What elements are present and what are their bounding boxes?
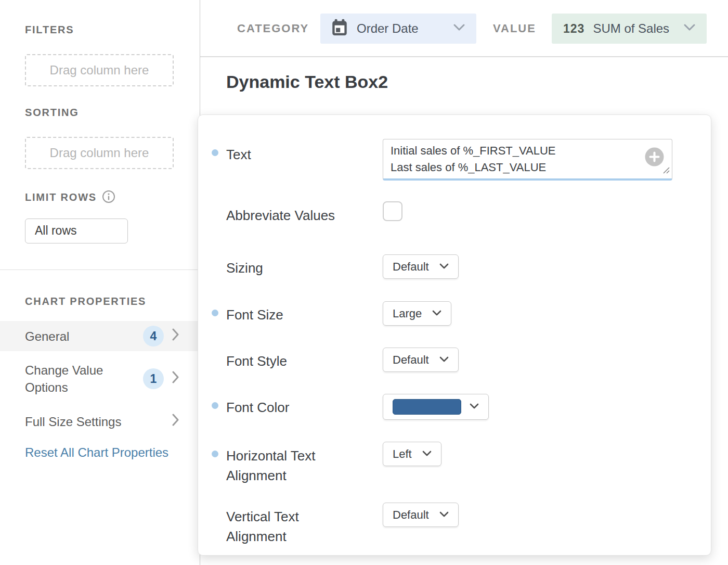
numeric-123-icon: 123 xyxy=(563,22,584,36)
app-root: FILTERS Drag column here SORTING Drag co… xyxy=(0,0,728,565)
sorting-dropzone[interactable]: Drag column here xyxy=(25,137,174,169)
chevron-down-icon xyxy=(422,450,432,459)
filters-heading: FILTERS xyxy=(25,24,74,36)
font-style-dropdown[interactable]: Default xyxy=(383,348,459,372)
reset-all-chart-properties-link[interactable]: Reset All Chart Properties xyxy=(25,445,168,460)
chevron-down-icon xyxy=(470,402,479,412)
sizing-label: Sizing xyxy=(226,258,374,278)
chevron-down-icon xyxy=(453,24,465,33)
category-field-value: Order Date xyxy=(357,21,419,36)
category-label: CATEGORY xyxy=(237,22,309,35)
modified-indicator-dot xyxy=(212,149,218,156)
abbreviate-values-checkbox[interactable] xyxy=(383,201,402,221)
text-input-wrap: Initial sales of %_FIRST_VALUE Last sale… xyxy=(383,139,672,181)
horizontal-alignment-label: Horizontal Text Alignment xyxy=(226,446,335,485)
sidebar-item-general[interactable]: General 4 xyxy=(0,321,199,351)
sidebar: FILTERS Drag column here SORTING Drag co… xyxy=(0,0,200,565)
sorting-dropzone-label: Drag column here xyxy=(50,146,149,160)
general-count-badge: 4 xyxy=(143,326,164,346)
modified-indicator-dot xyxy=(212,402,218,409)
abbreviate-values-label: Abbreviate Values xyxy=(226,206,374,225)
sidebar-item-full-size-settings[interactable]: Full Size Settings xyxy=(0,409,199,434)
text-property-label: Text xyxy=(226,145,374,164)
sizing-value: Default xyxy=(393,260,429,274)
vertical-alignment-dropdown[interactable]: Default xyxy=(383,503,459,527)
field-well-bar: CATEGORY Order Date VALUE 123 SUM of Sal… xyxy=(200,0,728,57)
font-size-value: Large xyxy=(393,307,422,320)
resize-handle[interactable] xyxy=(662,166,670,176)
sidebar-item-label: Full Size Settings xyxy=(25,413,121,430)
modified-indicator-dot xyxy=(212,451,218,457)
chevron-down-icon xyxy=(432,309,441,318)
modified-indicator-dot xyxy=(212,310,218,316)
limit-rows-select[interactable]: All rows xyxy=(25,219,128,243)
info-icon[interactable] xyxy=(102,190,115,206)
chevron-right-icon xyxy=(172,414,179,429)
sorting-heading: SORTING xyxy=(25,107,79,119)
filters-dropzone-label: Drag column here xyxy=(50,63,149,78)
change-value-count-badge: 1 xyxy=(143,368,164,389)
chevron-right-icon xyxy=(172,328,179,344)
limit-rows-heading-text: LIMIT ROWS xyxy=(25,191,97,203)
calendar-icon xyxy=(332,19,347,38)
chevron-down-icon xyxy=(439,510,449,520)
font-color-label: Font Color xyxy=(226,397,374,417)
font-style-label: Font Style xyxy=(226,351,374,371)
vertical-alignment-label: Vertical Text Alignment xyxy=(226,507,335,546)
chart-properties-heading: CHART PROPERTIES xyxy=(25,296,146,307)
value-label: VALUE xyxy=(493,22,536,35)
chevron-down-icon xyxy=(439,262,449,272)
horizontal-alignment-value: Left xyxy=(393,447,412,461)
vertical-alignment-value: Default xyxy=(393,508,429,522)
font-color-dropdown[interactable] xyxy=(383,394,489,420)
add-placeholder-button[interactable] xyxy=(645,147,664,166)
horizontal-alignment-dropdown[interactable]: Left xyxy=(383,442,441,466)
general-properties-panel: Text Initial sales of %_FIRST_VALUE Last… xyxy=(198,114,711,556)
font-size-dropdown[interactable]: Large xyxy=(383,301,451,326)
font-style-value: Default xyxy=(393,353,429,367)
color-swatch xyxy=(393,399,461,415)
page-title: Dynamic Text Box2 xyxy=(226,72,388,92)
chevron-down-icon xyxy=(439,355,449,365)
value-field-value: SUM of Sales xyxy=(593,21,669,36)
sidebar-item-label: Change Value Options xyxy=(25,362,119,396)
sidebar-item-label: General xyxy=(25,328,69,345)
sizing-dropdown[interactable]: Default xyxy=(383,254,459,279)
value-field-dropdown[interactable]: 123 SUM of Sales xyxy=(552,14,707,44)
chevron-right-icon xyxy=(172,371,179,387)
category-field-dropdown[interactable]: Order Date xyxy=(320,14,476,44)
font-size-label: Font Size xyxy=(226,305,374,325)
text-input[interactable]: Initial sales of %_FIRST_VALUE Last sale… xyxy=(383,139,672,181)
filters-dropzone[interactable]: Drag column here xyxy=(25,54,174,86)
sidebar-divider xyxy=(0,269,199,270)
sidebar-item-change-value-options[interactable]: Change Value Options 1 xyxy=(0,359,199,399)
chevron-down-icon xyxy=(684,24,695,33)
limit-rows-heading: LIMIT ROWS xyxy=(25,190,115,206)
